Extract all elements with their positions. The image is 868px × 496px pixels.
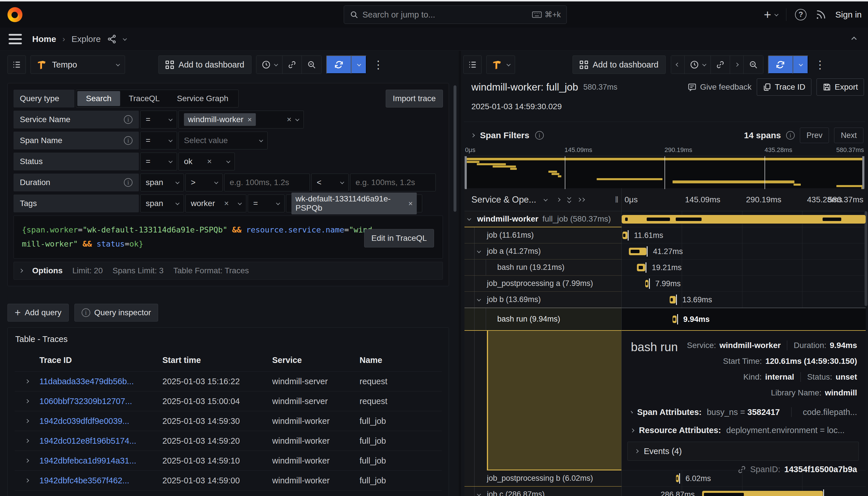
trace-id-link[interactable]: 1942dbfc4be3567f462... bbox=[40, 476, 129, 485]
pane-splitter[interactable] bbox=[459, 51, 461, 496]
remove-icon[interactable]: × bbox=[408, 199, 413, 208]
span-bar[interactable] bbox=[672, 315, 677, 323]
chevron-right-icon[interactable] bbox=[556, 198, 560, 201]
tab-search[interactable]: Search bbox=[77, 91, 120, 106]
help-button[interactable]: ? bbox=[795, 9, 806, 20]
trace-id-button[interactable]: Trace ID bbox=[757, 78, 811, 96]
events-accordion[interactable]: Events (4) bbox=[627, 442, 859, 461]
row-expander[interactable] bbox=[15, 459, 40, 462]
service-name-value[interactable]: windmill-worker× × bbox=[179, 111, 304, 128]
zoom-out-button[interactable] bbox=[744, 56, 763, 74]
shift-time-forward-button[interactable] bbox=[730, 56, 744, 74]
span-bar[interactable] bbox=[670, 296, 676, 304]
outline-button[interactable] bbox=[463, 56, 482, 74]
span-row[interactable]: job a (41.27ms) 41.27ms bbox=[464, 244, 866, 260]
link-split-button[interactable] bbox=[711, 56, 730, 74]
table-row[interactable]: 1942dbf9d9fa6108d0d1... 2025-01-03 14:58… bbox=[15, 490, 442, 496]
expand-all-icon[interactable] bbox=[578, 198, 584, 201]
run-query-button[interactable] bbox=[768, 56, 793, 74]
menu-toggle-button[interactable] bbox=[9, 34, 22, 44]
tab-service-graph[interactable]: Service Graph bbox=[168, 91, 237, 106]
service-operation-column-header[interactable]: Service & Ope... ‖ bbox=[464, 188, 622, 211]
col-start-time[interactable]: Start time bbox=[162, 355, 272, 365]
new-menu-button[interactable]: + bbox=[764, 8, 778, 21]
span-name-operator[interactable]: = bbox=[140, 131, 177, 150]
column-resize-handle[interactable]: ‖ bbox=[615, 195, 619, 205]
table-row[interactable]: 11dabada33e479db56b... 2025-01-03 15:16:… bbox=[15, 371, 442, 391]
span-name-select[interactable]: Select value bbox=[179, 131, 267, 150]
trace-id-link[interactable]: 1942dbfebca1d9914a31... bbox=[40, 456, 136, 465]
service-name-operator[interactable]: = bbox=[140, 111, 177, 128]
span-row-selected[interactable]: bash run (9.94ms) 9.94ms bbox=[464, 308, 866, 331]
span-row[interactable]: bash run (19.21ms) 19.21ms bbox=[464, 260, 866, 276]
span-row[interactable]: windmill-workerfull_job (580.37ms) bbox=[464, 211, 866, 227]
run-query-interval-button[interactable] bbox=[351, 56, 367, 74]
span-bar[interactable] bbox=[622, 215, 866, 223]
trace-id-link[interactable]: 1060bbf732309b12707... bbox=[40, 397, 132, 406]
breadcrumb-home[interactable]: Home bbox=[32, 34, 56, 44]
remove-icon[interactable]: × bbox=[224, 199, 229, 208]
col-name[interactable]: Name bbox=[359, 355, 442, 365]
duration-max-input[interactable] bbox=[350, 174, 436, 191]
span-row[interactable]: job_postprocessing a (7.99ms) 7.99ms bbox=[464, 276, 866, 292]
grafana-logo-icon[interactable] bbox=[7, 7, 22, 22]
row-expander[interactable] bbox=[15, 400, 40, 403]
span-bar[interactable] bbox=[676, 475, 679, 482]
row-expander[interactable] bbox=[15, 380, 40, 383]
breadcrumb-explore[interactable]: Explore bbox=[72, 34, 101, 44]
query-inspector-button[interactable]: iQuery inspector bbox=[75, 304, 158, 322]
collapse-pane-button[interactable] bbox=[853, 36, 856, 42]
prev-button[interactable]: Prev bbox=[800, 128, 829, 143]
row-expander[interactable] bbox=[15, 479, 40, 482]
sign-in-link[interactable]: Sign in bbox=[835, 10, 862, 19]
span-bar[interactable] bbox=[637, 264, 645, 271]
outline-button[interactable] bbox=[7, 56, 26, 74]
chevron-right-icon[interactable] bbox=[471, 133, 475, 137]
time-picker-button[interactable] bbox=[685, 56, 711, 74]
resource-attributes-row[interactable]: Resource Attributes: deployment.environm… bbox=[631, 425, 857, 435]
minimap-left-handle[interactable] bbox=[465, 156, 467, 189]
search-input[interactable] bbox=[362, 10, 528, 19]
status-operator[interactable]: = bbox=[140, 153, 177, 170]
row-expander[interactable] bbox=[15, 439, 40, 442]
tab-traceql[interactable]: TraceQL bbox=[120, 91, 168, 106]
span-filters-label[interactable]: Span Filters bbox=[480, 130, 529, 140]
give-feedback-button[interactable]: Give feedback bbox=[687, 82, 751, 92]
global-search[interactable]: ⌘+k bbox=[344, 5, 567, 24]
span-bar[interactable] bbox=[622, 232, 627, 239]
run-query-button[interactable] bbox=[326, 56, 351, 74]
span-row[interactable]: job (11.61ms) 11.61ms bbox=[464, 227, 866, 244]
span-bar[interactable] bbox=[629, 248, 646, 255]
value-chip[interactable]: wk-default-133114d6a91e-PSPQb× bbox=[292, 192, 417, 214]
panel-menu-button[interactable]: ⋮ bbox=[815, 58, 825, 71]
span-bar[interactable] bbox=[702, 491, 823, 496]
datasource-picker[interactable] bbox=[486, 56, 515, 74]
run-query-interval-button[interactable] bbox=[793, 56, 808, 74]
status-value[interactable]: ok× bbox=[179, 153, 235, 170]
span-bar[interactable] bbox=[645, 280, 649, 288]
table-row[interactable]: 1942dc012e8f196b5174... 2025-01-03 14:59… bbox=[15, 431, 442, 451]
time-picker-button[interactable] bbox=[257, 56, 282, 74]
add-query-button[interactable]: +Add query bbox=[7, 304, 69, 322]
import-trace-button[interactable]: Import trace bbox=[386, 90, 443, 107]
trace-id-link[interactable]: 1942dc012e8f196b5174... bbox=[40, 436, 136, 446]
col-trace-id[interactable]: Trace ID bbox=[40, 355, 162, 365]
table-row[interactable]: 1942dbfc4be3567f462... 2025-01-03 14:59:… bbox=[15, 470, 442, 490]
remove-icon[interactable]: × bbox=[247, 115, 252, 124]
right-pane-scrollbar[interactable] bbox=[865, 211, 867, 306]
collapse-all-icon[interactable] bbox=[567, 197, 570, 203]
add-to-dashboard-button[interactable]: Add to dashboard bbox=[158, 56, 251, 74]
tag-scope[interactable]: span bbox=[140, 195, 184, 212]
edit-in-traceql-button[interactable]: Edit in TraceQL bbox=[364, 229, 434, 247]
table-row[interactable]: 1942dbfebca1d9914a31... 2025-01-03 14:59… bbox=[15, 451, 442, 470]
options-row[interactable]: Options Limit: 20 Spans Limit: 3 Table F… bbox=[14, 262, 443, 280]
share-icon[interactable] bbox=[107, 34, 117, 44]
table-row[interactable]: 1942dc039dfdf9e0039... 2025-01-03 14:59:… bbox=[15, 411, 442, 431]
remove-icon[interactable]: × bbox=[207, 157, 212, 166]
value-chip[interactable]: windmill-worker× bbox=[184, 113, 256, 126]
panel-menu-button[interactable]: ⋮ bbox=[373, 58, 384, 71]
datasource-picker[interactable]: Tempo bbox=[30, 56, 125, 74]
chevron-down-icon[interactable] bbox=[123, 36, 127, 41]
zoom-out-button[interactable] bbox=[302, 56, 321, 74]
duration-min-input[interactable] bbox=[224, 174, 310, 191]
